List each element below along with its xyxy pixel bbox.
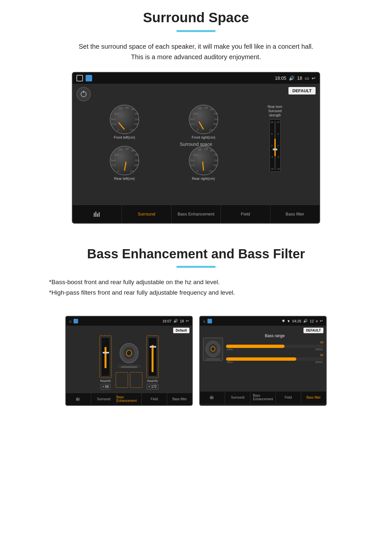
title-underline — [176, 30, 216, 32]
mini-time-filter: 04:26 — [292, 319, 302, 323]
mini-nav-eq[interactable] — [66, 393, 91, 405]
vertical-slider-track[interactable]: 10 5 0 -5 -10 — [270, 119, 281, 172]
front-left-knob[interactable]: 109 136 163 190 81.6 54.4 218 27.2 245 0 — [110, 105, 139, 134]
svg-text:245: 245 — [134, 123, 138, 125]
device-screen-surround: 18:05 🔊 18 ▭ ↩ DEFAULT Surround space — [72, 72, 320, 224]
svg-text:0: 0 — [118, 129, 119, 131]
section2-underline — [176, 266, 216, 268]
mini-home-icon: ⌂ — [69, 319, 72, 323]
section1-description: Set the surround space of each speaker, … — [62, 41, 330, 62]
nav-bass-enhancement[interactable]: Bass Enhancement — [172, 205, 221, 223]
mini-default-bass[interactable]: Default — [173, 328, 189, 333]
hslider1-ticks: 20Hz 250Hz — [226, 348, 323, 351]
hslider2-ticks: 20Hz 250Hz — [226, 361, 323, 364]
hslider1-fill — [226, 345, 285, 348]
mini-nav-eq2[interactable] — [200, 391, 225, 404]
svg-rect-66 — [210, 396, 211, 399]
svg-rect-60 — [79, 398, 79, 401]
rear-left-knob[interactable]: 109 136 163 190 81.6 54.4 218 27.2 245 0 — [110, 146, 139, 175]
rear-bass-vslider[interactable] — [148, 337, 157, 376]
rear-bass-slider: RearHD < 172 — [146, 335, 159, 389]
svg-rect-51 — [99, 212, 100, 217]
front-bass-value: < 68 — [101, 384, 110, 389]
knobs-area: 109 136 163 190 81.6 54.4 218 27.2 245 0 — [78, 88, 314, 184]
svg-text:81.6: 81.6 — [114, 112, 119, 115]
mini-nav-bassfilter[interactable]: Bass filter — [167, 393, 192, 405]
power-button[interactable] — [76, 87, 91, 101]
rear-right-knob[interactable]: 109 136 163 190 81.6 54.4 218 27.2 245 0 — [189, 146, 218, 175]
nav-surround[interactable]: Surround — [122, 205, 171, 223]
svg-text:245: 245 — [213, 164, 217, 166]
mini-nav-field2[interactable]: Field — [276, 391, 301, 404]
volume-icon: 🔊 — [289, 76, 294, 81]
front-left-label: Front left(cm) — [114, 135, 135, 139]
mini-nav-bass-enh[interactable]: Bass Enhancement — [117, 393, 142, 405]
hslider1-track[interactable] — [226, 345, 323, 348]
mini-default-filter[interactable]: DEFAULT — [303, 328, 323, 333]
music-icon — [86, 75, 92, 81]
front-bass-handle — [103, 352, 109, 353]
svg-rect-57 — [76, 398, 77, 401]
mini-music-icon2 — [207, 319, 212, 323]
svg-text:218: 218 — [135, 118, 139, 120]
svg-text:190: 190 — [135, 112, 139, 115]
hslider2-track[interactable] — [226, 357, 323, 361]
svg-text:81.6: 81.6 — [193, 112, 198, 115]
front-left-knob-pair: 109 136 163 190 81.6 54.4 218 27.2 245 0 — [110, 105, 139, 139]
svg-text:81.6: 81.6 — [193, 154, 198, 156]
status-time: 18:05 — [275, 76, 286, 81]
bass-range-label: Bass range — [226, 334, 323, 338]
svg-rect-50 — [97, 214, 98, 217]
nav-bass-filter[interactable]: Bass filter — [270, 205, 319, 223]
section-surround-space: Surround Space Set the surround space of… — [0, 0, 392, 230]
section2-desc: *Bass-boost front and rear fully adjusta… — [49, 277, 343, 298]
bass-screen-content: RearHD < 68 — [69, 329, 189, 389]
mini-nav-surround2[interactable]: Surround — [225, 391, 250, 404]
mini-bt-icon: ✱ — [282, 319, 285, 323]
svg-point-64 — [211, 347, 215, 351]
mini-wifi-icon: ▼ — [287, 319, 290, 323]
svg-text:190: 190 — [135, 154, 139, 156]
svg-text:218: 218 — [214, 159, 218, 162]
front-right-knob[interactable]: 109 136 163 190 81.6 54.4 218 27.2 245 0 — [189, 105, 218, 134]
mini-home-icon2: ⌂ — [203, 319, 205, 323]
default-button[interactable]: DEFAULT — [288, 87, 316, 95]
svg-text:109: 109 — [198, 148, 202, 151]
svg-text:0: 0 — [118, 170, 119, 172]
rear-right-label: Rear right(cm) — [192, 177, 215, 181]
section1-title: Surround Space — [20, 10, 372, 26]
hslider2-wrap: 88 20Hz 250Hz — [226, 353, 323, 364]
mini-vol-icon: 🔊 — [173, 319, 178, 323]
mini-menu-icon: ≡ — [316, 319, 318, 323]
svg-text:136: 136 — [204, 148, 208, 150]
svg-text:272: 272 — [209, 129, 213, 131]
home-icon — [76, 75, 83, 81]
svg-point-54 — [126, 350, 132, 356]
mini-vol-icon2: 🔊 — [303, 319, 308, 323]
mini-nav-bass-enh2[interactable]: BassEnhancement — [251, 391, 276, 404]
mini-nav-bass: Surround Bass Enhancement Field Bass fil… — [66, 393, 192, 405]
speaker-graphic — [114, 337, 144, 388]
svg-text:54.4: 54.4 — [111, 159, 116, 162]
front-bass-vslider[interactable] — [101, 337, 110, 376]
rear-horn-slider: Rear horn Surround strength 10 5 0 -5 — [268, 105, 282, 172]
front-right-label: Front right(cm) — [192, 135, 215, 139]
svg-rect-69 — [213, 396, 213, 399]
mini-status-filter: ⌂ ✱ ▼ 04:26 🔊 12 ≡ ↩ — [200, 317, 326, 326]
hslider1-wrap: 68 20Hz 250Hz — [226, 341, 323, 351]
mini-wifi-filter: 12 — [310, 319, 314, 323]
nav-field[interactable]: Field — [221, 205, 270, 223]
mini-nav-bassfilter2[interactable]: Bass filter — [301, 391, 326, 404]
mini-nav-surround[interactable]: Surround — [91, 393, 116, 405]
nav-eq-icon[interactable] — [73, 205, 122, 223]
front-right-knob-pair: 109 136 163 190 81.6 54.4 218 27.2 245 0 — [189, 105, 218, 139]
svg-text:163: 163 — [131, 108, 135, 111]
svg-rect-65 — [206, 358, 220, 360]
svg-text:272: 272 — [209, 170, 213, 172]
svg-text:163: 163 — [210, 108, 214, 111]
svg-text:245: 245 — [134, 164, 138, 166]
status-left — [76, 75, 92, 81]
svg-text:245: 245 — [213, 123, 217, 125]
bf-speaker-icon — [203, 337, 223, 363]
mini-nav-field[interactable]: Field — [142, 393, 167, 405]
